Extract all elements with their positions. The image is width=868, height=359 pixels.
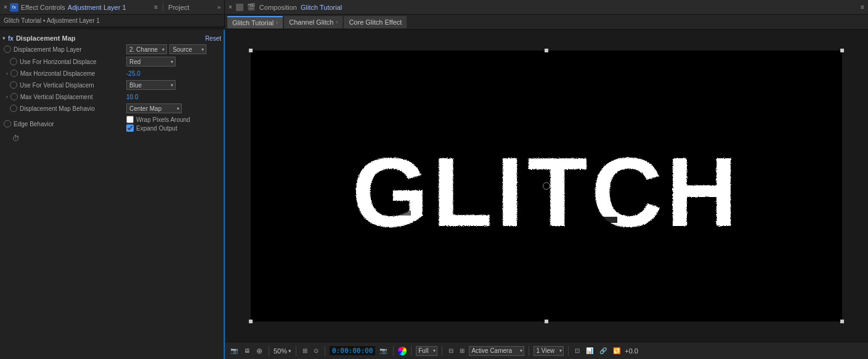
prop-icon-max-v bbox=[10, 93, 18, 100]
glitch-text-svg: GLITCH bbox=[269, 118, 824, 254]
tab-channel-glitch[interactable]: Channel Glitch ‹ bbox=[284, 16, 343, 28]
property-row-max-vertical: › Max Vertical Displacement 10.0 bbox=[0, 91, 224, 102]
composition-canvas: GLITCH bbox=[251, 50, 842, 321]
handle-tm bbox=[545, 49, 548, 52]
toggle-icon-1[interactable]: ⊡ bbox=[573, 346, 582, 355]
color-wheel-icon[interactable] bbox=[398, 347, 407, 355]
expand-output-checkbox[interactable]: Expand Output bbox=[126, 124, 177, 132]
region-icon[interactable]: ⊕ bbox=[254, 345, 264, 357]
handle-br bbox=[840, 320, 844, 323]
comp-save-icon bbox=[236, 4, 243, 11]
reset-button[interactable]: Reset bbox=[205, 35, 221, 42]
toggle-icon-3[interactable]: 🔗 bbox=[598, 346, 609, 355]
panel-title-blue: Adjustment Layer 1 bbox=[68, 4, 126, 11]
toggle-icon-4[interactable]: 🔁 bbox=[611, 346, 622, 355]
camera-icon[interactable]: 📷 bbox=[378, 346, 389, 355]
comp-menu-icon[interactable]: ≡ bbox=[861, 4, 864, 10]
comp-icon: 🎬 bbox=[247, 3, 256, 11]
tab-arrow-2: ‹ bbox=[336, 19, 338, 25]
view-dropdown[interactable]: 1 View bbox=[533, 346, 564, 356]
preview-icon[interactable]: 🖥 bbox=[242, 346, 252, 355]
property-row-max-horizontal: › Max Horizontal Displaceme -25.0 bbox=[0, 68, 224, 79]
prop-value-max-v[interactable]: 10.0 bbox=[126, 94, 138, 100]
expand-output-label: Expand Output bbox=[136, 125, 177, 132]
stopwatch-icon: ⏱ bbox=[12, 134, 20, 143]
active-camera-dropdown[interactable]: Active Camera bbox=[469, 346, 524, 356]
resolution-icon-1[interactable]: ⊟ bbox=[447, 346, 455, 355]
property-row-edge-behavior: Edge Behavior Wrap Pixels Around Expand … bbox=[0, 115, 224, 133]
composition-label: Composition bbox=[259, 4, 297, 11]
tab-channel-glitch-label: Channel Glitch bbox=[289, 18, 333, 26]
zoom-control[interactable]: 50% ▾ bbox=[274, 347, 291, 355]
render-icon[interactable]: 📷 bbox=[229, 346, 240, 355]
handle-tl bbox=[249, 49, 253, 52]
tab-glitch-tutorial[interactable]: Glitch Tutorial ‹ bbox=[227, 16, 283, 28]
separator-4 bbox=[393, 346, 394, 356]
expand-max-v[interactable]: › bbox=[6, 94, 8, 100]
prop-label-max-v: Max Vertical Displacement bbox=[20, 94, 124, 100]
prop-value-max-h[interactable]: -25.0 bbox=[126, 70, 140, 77]
quality-dropdown[interactable]: Full bbox=[416, 346, 437, 356]
plus-value: +0.0 bbox=[625, 347, 638, 355]
panel-title-label: Effect Controls bbox=[21, 4, 65, 11]
separator-2 bbox=[296, 346, 296, 356]
stopwatch-row: ⏱ bbox=[0, 133, 224, 144]
wrap-pixels-label: Wrap Pixels Around bbox=[136, 116, 190, 123]
separator-1 bbox=[163, 3, 163, 12]
collapse-arrow[interactable]: ▾ bbox=[2, 35, 6, 41]
dropdown-disp-beh[interactable]: Center Map bbox=[126, 103, 182, 113]
expand-max-h[interactable]: › bbox=[6, 71, 8, 76]
toggle-icon-2[interactable]: 📊 bbox=[584, 346, 595, 355]
separator-5 bbox=[411, 346, 412, 356]
tab-core-glitch-label: Core Glitch Effect bbox=[349, 18, 402, 26]
prop-label-use-v: Use For Vertical Displacem bbox=[20, 82, 124, 89]
wrap-pixels-input[interactable] bbox=[126, 116, 134, 123]
canvas-area: GLITCH bbox=[225, 30, 868, 342]
tab-arrow-1: ‹ bbox=[276, 20, 278, 26]
property-row-disp-map-layer: Displacement Map Layer 2. Channe Source bbox=[0, 43, 224, 55]
zoom-value: 50% bbox=[274, 347, 287, 355]
tab-glitch-tutorial-label: Glitch Tutorial bbox=[232, 19, 274, 26]
prop-icon-disp-layer bbox=[4, 46, 11, 53]
prop-label-edge: Edge Behavior bbox=[14, 121, 124, 127]
prop-icon-use-v bbox=[10, 81, 17, 89]
panel-icon: fx bbox=[10, 3, 18, 12]
fit-icon[interactable]: ⊞ bbox=[301, 346, 309, 355]
prop-icon-disp-beh bbox=[10, 105, 17, 112]
breadcrumb: Glitch Tutorial • Adjustment Layer 1 bbox=[0, 15, 225, 27]
dropdown-layer[interactable]: 2. Channe bbox=[126, 44, 167, 54]
separator-6 bbox=[442, 346, 442, 356]
zoom-dropdown-arrow[interactable]: ▾ bbox=[288, 348, 291, 354]
close-button[interactable]: × bbox=[4, 4, 7, 10]
separator-zoom bbox=[269, 346, 269, 356]
glitch-main-text: GLITCH bbox=[352, 137, 740, 247]
dropdown-use-v[interactable]: Blue bbox=[126, 80, 176, 90]
fx-badge: fx bbox=[8, 35, 14, 42]
separator-8 bbox=[568, 346, 569, 356]
property-row-use-horizontal: Use For Horizontal Displace Red bbox=[0, 55, 224, 68]
composition-name: Glitch Tutorial bbox=[301, 4, 342, 11]
handle-bl bbox=[249, 320, 253, 323]
tab-core-glitch[interactable]: Core Glitch Effect bbox=[344, 16, 407, 28]
resolution-icon-2[interactable]: ⊞ bbox=[458, 346, 466, 355]
separator-7 bbox=[529, 346, 529, 356]
panel-expand[interactable]: » bbox=[217, 4, 221, 10]
region-icon-2[interactable]: ⊙ bbox=[312, 346, 320, 355]
prop-label-disp-layer: Displacement Map Layer bbox=[14, 46, 124, 53]
panel-menu-icon[interactable]: ≡ bbox=[154, 4, 158, 10]
prop-label-use-h: Use For Horizontal Displace bbox=[20, 58, 124, 65]
property-row-disp-behavior: Displacement Map Behavio Center Map bbox=[0, 102, 224, 115]
comp-close-btn[interactable]: × bbox=[229, 4, 232, 10]
project-tab[interactable]: Project bbox=[168, 4, 189, 11]
effect-name: Displacement Map bbox=[16, 34, 203, 42]
prop-icon-use-h bbox=[10, 58, 17, 65]
handle-bm bbox=[545, 320, 548, 323]
handle-tr bbox=[840, 49, 844, 52]
prop-label-disp-beh: Displacement Map Behavio bbox=[20, 105, 124, 112]
wrap-pixels-checkbox[interactable]: Wrap Pixels Around bbox=[126, 116, 190, 123]
expand-output-input[interactable] bbox=[126, 124, 134, 132]
dropdown-use-h[interactable]: Red bbox=[126, 57, 176, 67]
property-row-use-vertical: Use For Vertical Displacem Blue bbox=[0, 79, 224, 91]
dropdown-source[interactable]: Source bbox=[169, 44, 206, 54]
timecode-display[interactable]: 0:00:00:00 bbox=[330, 346, 375, 355]
